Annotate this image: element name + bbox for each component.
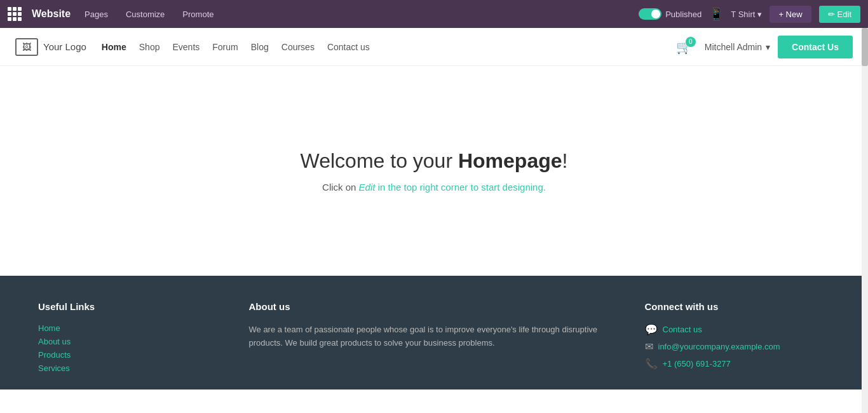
sub-prefix: Click on [322, 182, 359, 193]
nav-links: Home Shop Events Forum Blog Courses Cont… [102, 42, 676, 52]
logo-text: Your Logo [43, 41, 86, 52]
navbar: 🖼 Your Logo Home Shop Events Forum Blog … [0, 28, 868, 66]
about-us-heading: About us [249, 301, 620, 312]
footer-link-about[interactable]: About us [38, 337, 224, 346]
admin-nav-pages[interactable]: Pages [81, 7, 112, 22]
chat-icon: 💬 [645, 323, 658, 335]
welcome-sub: Click on Edit in the top right corner to… [322, 182, 546, 193]
about-us-text: We are a team of passionate people whose… [249, 323, 620, 350]
connect-item-0: 💬 Contact us [645, 323, 831, 335]
admin-bar: Website Pages Customize Promote Publishe… [0, 0, 868, 28]
connect-item-2: 📞 +1 (650) 691-3277 [645, 358, 831, 370]
tshirt-btn[interactable]: T Shirt ▾ [731, 10, 762, 19]
tshirt-chevron-icon: ▾ [757, 10, 762, 19]
email-icon: ✉ [645, 341, 653, 353]
admin-site-name[interactable]: Website [32, 8, 71, 20]
contact-us-button[interactable]: Contact Us [778, 36, 853, 58]
admin-nav-customize[interactable]: Customize [122, 7, 168, 22]
user-name: Mitchell Admin [705, 42, 762, 52]
published-toggle[interactable]: Published [639, 8, 702, 20]
heading-bold: Homepage [458, 149, 562, 172]
sub-edit: Edit [359, 182, 376, 193]
logo-icon: 🖼 [15, 38, 38, 56]
admin-nav-promote[interactable]: Promote [179, 7, 217, 22]
logo-area[interactable]: 🖼 Your Logo [15, 38, 86, 56]
footer-link-home[interactable]: Home [38, 323, 224, 333]
connect-contact-link[interactable]: Contact us [663, 325, 702, 334]
edit-button[interactable]: ✏ Edit [819, 6, 860, 23]
welcome-heading: Welcome to your Homepage! [301, 149, 568, 173]
sub-suffix: in the top right corner to start designi… [375, 182, 545, 193]
nav-link-home[interactable]: Home [102, 42, 126, 52]
admin-bar-left: Website Pages Customize Promote [8, 7, 639, 22]
footer-connect: Connect with us 💬 Contact us ✉ info@your… [645, 301, 831, 377]
footer-about-us: About us We are a team of passionate peo… [249, 301, 620, 377]
published-label: Published [665, 10, 702, 19]
connect-heading: Connect with us [645, 301, 831, 312]
admin-bar-right: Published 📱 T Shirt ▾ + New ✏ Edit [639, 6, 860, 23]
edit-label: Edit [837, 10, 851, 19]
mobile-icon[interactable]: 📱 [709, 7, 723, 21]
scrollbar-thumb[interactable] [862, 28, 868, 66]
cart-badge: 0 [686, 37, 696, 47]
grid-icon[interactable] [8, 7, 22, 21]
phone-icon: 📞 [645, 358, 658, 370]
nav-link-events[interactable]: Events [172, 42, 200, 52]
user-chevron-icon: ▾ [766, 42, 770, 52]
toggle-switch[interactable] [639, 8, 661, 20]
pencil-icon: ✏ [828, 10, 835, 19]
connect-phone-link[interactable]: +1 (650) 691-3277 [663, 359, 731, 369]
nav-link-shop[interactable]: Shop [139, 42, 160, 52]
footer-link-products[interactable]: Products [38, 350, 224, 360]
new-button[interactable]: + New [770, 6, 811, 23]
main-content: Welcome to your Homepage! Click on Edit … [0, 66, 868, 276]
heading-suffix: ! [562, 149, 568, 172]
connect-email-link[interactable]: info@yourcompany.example.com [658, 342, 780, 351]
nav-link-blog[interactable]: Blog [251, 42, 269, 52]
footer-link-services[interactable]: Services [38, 363, 224, 373]
heading-prefix: Welcome to your [301, 149, 458, 172]
useful-links-heading: Useful Links [38, 301, 224, 312]
nav-link-forum[interactable]: Forum [212, 42, 238, 52]
tshirt-label: T Shirt [731, 10, 755, 19]
cart-area[interactable]: 🛒 0 [676, 39, 692, 55]
footer: Useful Links Home About us Products Serv… [0, 276, 868, 389]
scrollbar[interactable] [862, 28, 868, 389]
nav-link-courses[interactable]: Courses [281, 42, 315, 52]
connect-item-1: ✉ info@yourcompany.example.com [645, 341, 831, 353]
navbar-right: Mitchell Admin ▾ Contact Us [705, 36, 853, 58]
footer-useful-links: Useful Links Home About us Products Serv… [38, 301, 224, 377]
user-dropdown[interactable]: Mitchell Admin ▾ [705, 42, 770, 52]
nav-link-contact[interactable]: Contact us [327, 42, 370, 52]
